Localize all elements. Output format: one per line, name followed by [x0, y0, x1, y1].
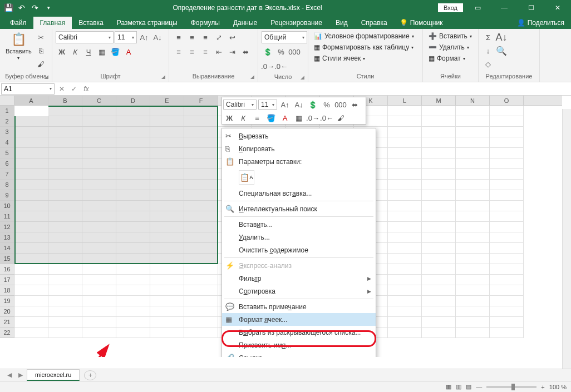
cell[interactable]: [422, 127, 456, 137]
cell[interactable]: [456, 232, 490, 243]
cell[interactable]: [490, 169, 524, 180]
bold-icon[interactable]: Ж: [56, 46, 68, 58]
cell[interactable]: [388, 306, 422, 317]
mini-font-color-icon[interactable]: A: [279, 112, 291, 124]
cell[interactable]: [456, 264, 490, 275]
cell[interactable]: [422, 222, 456, 232]
cell[interactable]: [422, 106, 456, 116]
cell[interactable]: [490, 275, 524, 285]
mini-comma-icon[interactable]: 000: [334, 98, 347, 111]
cell[interactable]: [388, 254, 422, 264]
cell[interactable]: [490, 264, 524, 275]
cell[interactable]: [388, 232, 422, 243]
cell[interactable]: [388, 106, 422, 116]
cell[interactable]: [422, 137, 456, 148]
cell[interactable]: [388, 275, 422, 285]
dec-indent-icon[interactable]: ⇤: [213, 46, 225, 58]
row-header[interactable]: 13: [0, 232, 14, 243]
cell[interactable]: [422, 180, 456, 190]
cell[interactable]: [116, 328, 150, 338]
cell[interactable]: [150, 306, 184, 317]
number-format-combo[interactable]: Общий▾: [262, 31, 307, 43]
cell[interactable]: [82, 317, 116, 328]
login-button[interactable]: Вход: [438, 3, 463, 12]
format-painter-icon[interactable]: 🖌: [35, 58, 47, 70]
col-header[interactable]: F: [184, 96, 218, 105]
col-header[interactable]: A: [14, 96, 48, 105]
cut-icon[interactable]: ✂: [35, 31, 47, 43]
mini-font-combo[interactable]: Calibri▾: [223, 100, 257, 110]
cell[interactable]: [82, 264, 116, 275]
cell[interactable]: [456, 222, 490, 232]
tab-home[interactable]: Главная: [33, 17, 72, 29]
mini-dec-dec-icon[interactable]: .0←: [321, 112, 333, 124]
cell[interactable]: [490, 201, 524, 211]
menu-sort[interactable]: Сортировка▶: [222, 285, 376, 297]
row-header[interactable]: 5: [0, 148, 14, 158]
cell[interactable]: [388, 211, 422, 222]
cell[interactable]: [422, 190, 456, 201]
italic-icon[interactable]: К: [69, 46, 81, 58]
percent-icon[interactable]: %: [275, 46, 287, 58]
col-header[interactable]: O: [490, 96, 524, 105]
cell[interactable]: [456, 243, 490, 254]
tab-data[interactable]: Данные: [227, 17, 264, 29]
cell[interactable]: [14, 275, 48, 285]
menu-define-name[interactable]: Присвоить имя...: [222, 339, 376, 351]
cell[interactable]: [422, 296, 456, 306]
tab-nav-prev[interactable]: ◀: [4, 371, 14, 379]
menu-paste-special[interactable]: Специальная вставка...: [222, 187, 376, 200]
cell[interactable]: [490, 306, 524, 317]
cell[interactable]: [116, 296, 150, 306]
cell[interactable]: [490, 243, 524, 254]
row-header[interactable]: 15: [0, 254, 14, 264]
cell[interactable]: [150, 317, 184, 328]
cell[interactable]: [388, 296, 422, 306]
zoom-slider[interactable]: [486, 386, 536, 388]
sheet-tab[interactable]: microexcel.ru: [27, 369, 80, 381]
col-header[interactable]: C: [82, 96, 116, 105]
cell[interactable]: [456, 148, 490, 158]
row-header[interactable]: 16: [0, 264, 14, 275]
mini-fill-icon[interactable]: 🪣: [265, 112, 277, 124]
row-header[interactable]: 8: [0, 180, 14, 190]
cell[interactable]: [388, 169, 422, 180]
row-header[interactable]: 19: [0, 296, 14, 306]
cell[interactable]: [456, 306, 490, 317]
align-bottom-icon[interactable]: ≡: [199, 31, 211, 43]
cell[interactable]: [456, 285, 490, 296]
cell[interactable]: [422, 116, 456, 127]
cell[interactable]: [456, 328, 490, 338]
sort-filter-icon[interactable]: A↓: [495, 31, 508, 43]
cell[interactable]: [422, 264, 456, 275]
cell[interactable]: [456, 211, 490, 222]
menu-format-cells[interactable]: ▦Формат ячеек...: [222, 313, 376, 326]
cell[interactable]: [116, 285, 150, 296]
cell[interactable]: [388, 180, 422, 190]
cell[interactable]: [184, 264, 218, 275]
orientation-icon[interactable]: ⤢: [213, 31, 225, 43]
conditional-formatting-button[interactable]: 📊Условное форматирование▾: [312, 31, 416, 41]
cell[interactable]: [490, 137, 524, 148]
cell[interactable]: [422, 148, 456, 158]
col-header[interactable]: E: [150, 96, 184, 105]
cell[interactable]: [456, 296, 490, 306]
col-header[interactable]: B: [48, 96, 82, 105]
font-size-combo[interactable]: 11▾: [115, 31, 137, 43]
vertical-scrollbar[interactable]: [562, 109, 571, 370]
mini-border-icon[interactable]: ▦: [293, 112, 305, 124]
cell[interactable]: [422, 254, 456, 264]
cell[interactable]: [48, 296, 82, 306]
format-cells-button[interactable]: ▦Формат▾: [426, 53, 467, 63]
cell[interactable]: [48, 285, 82, 296]
cell[interactable]: [490, 116, 524, 127]
align-left-icon[interactable]: ≡: [173, 46, 185, 58]
align-middle-icon[interactable]: ≡: [186, 31, 198, 43]
merge-icon[interactable]: ⬌: [239, 46, 252, 58]
maximize-icon[interactable]: ☐: [519, 0, 543, 16]
row-header[interactable]: 14: [0, 243, 14, 254]
row-header[interactable]: 10: [0, 201, 14, 211]
row-header[interactable]: 21: [0, 317, 14, 328]
close-icon[interactable]: ✕: [545, 0, 570, 16]
menu-hyperlink[interactable]: 🔗Ссылка...: [222, 351, 376, 357]
